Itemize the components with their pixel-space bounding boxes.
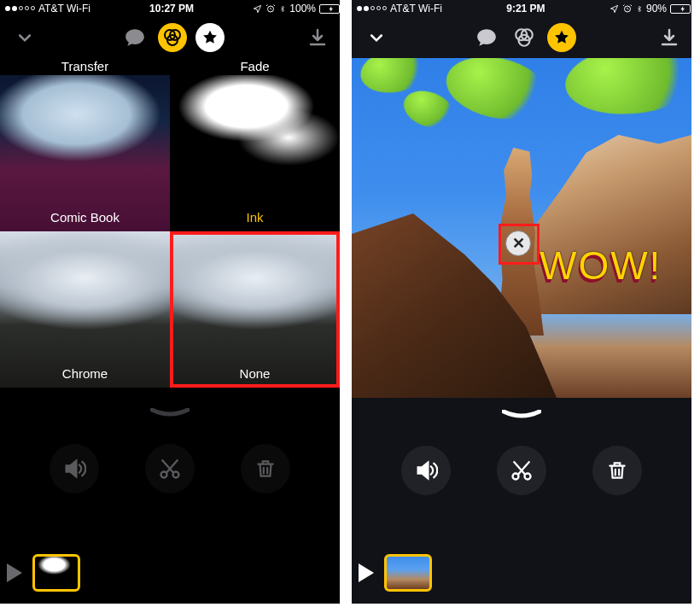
alarm-icon [265, 3, 276, 14]
phone-left: AT&T Wi-Fi 10:27 PM 100% [0, 0, 340, 604]
bluetooth-icon [279, 3, 286, 15]
sound-button[interactable] [50, 444, 99, 493]
sound-button[interactable] [401, 446, 451, 495]
delete-button[interactable] [592, 446, 642, 495]
signal-dots-icon [5, 6, 35, 11]
clip-actions [352, 446, 691, 495]
clip-thumbnail[interactable] [384, 554, 432, 592]
filters-button[interactable] [510, 23, 539, 52]
svg-point-11 [525, 474, 531, 480]
battery-percent: 100% [289, 3, 316, 15]
filter-tile-none[interactable]: None [170, 231, 340, 388]
filter-tile-ink[interactable]: Ink [170, 75, 340, 231]
clock: 9:21 PM [506, 3, 545, 15]
filter-label: Ink [170, 210, 340, 225]
play-button[interactable] [7, 563, 22, 582]
battery-icon [319, 4, 335, 14]
filter-tile-comic-book[interactable]: Comic Book [0, 75, 170, 231]
delete-button[interactable] [241, 444, 290, 493]
filter-label: None [170, 366, 340, 381]
video-preview[interactable]: WOW! ✕ [352, 58, 691, 398]
filter-tile-chrome[interactable]: Chrome [0, 231, 170, 388]
clock: 10:27 PM [149, 3, 194, 15]
clip-thumbnail[interactable] [32, 554, 80, 592]
timeline [7, 554, 80, 592]
cut-button[interactable] [497, 446, 546, 495]
svg-point-5 [173, 472, 179, 478]
phone-right: AT&T Wi-Fi 9:21 PM 90% [352, 0, 691, 604]
collapse-button[interactable] [364, 29, 389, 46]
carrier-label: AT&T Wi-Fi [390, 3, 442, 15]
top-toolbar [352, 17, 691, 58]
play-button[interactable] [359, 563, 374, 582]
filter-grid: Transfer Fade Comic Book Ink Chrome None [0, 58, 340, 388]
location-icon [610, 4, 619, 14]
status-bar: AT&T Wi-Fi 10:27 PM 100% [0, 0, 340, 17]
filter-label: Comic Book [0, 210, 170, 225]
clip-actions [0, 444, 340, 493]
drawer-handle[interactable] [352, 410, 691, 422]
timeline [359, 554, 432, 592]
battery-icon [670, 4, 686, 14]
svg-point-10 [513, 474, 519, 480]
filter-label-transfer[interactable]: Transfer [0, 58, 170, 75]
filters-button[interactable] [158, 23, 187, 52]
status-bar: AT&T Wi-Fi 9:21 PM 90% [352, 0, 691, 17]
speech-bubble-button[interactable] [120, 23, 149, 52]
alarm-icon [622, 3, 633, 14]
stickers-button[interactable] [547, 23, 576, 52]
filter-label-fade[interactable]: Fade [170, 58, 340, 75]
close-icon: ✕ [512, 234, 525, 253]
cut-button[interactable] [145, 444, 195, 493]
collapse-button[interactable] [12, 29, 38, 46]
carrier-label: AT&T Wi-Fi [38, 3, 90, 15]
sticker-text[interactable]: WOW! [540, 242, 662, 289]
filter-label: Chrome [0, 366, 170, 381]
download-button[interactable] [659, 26, 680, 49]
sticker-close-button[interactable]: ✕ [505, 231, 531, 256]
top-toolbar [0, 17, 340, 58]
stickers-button[interactable] [195, 23, 225, 52]
battery-percent: 90% [646, 3, 667, 15]
signal-dots-icon [357, 6, 387, 11]
drawer-handle[interactable] [0, 408, 340, 420]
speech-bubble-button[interactable] [472, 23, 501, 52]
svg-point-4 [161, 472, 167, 478]
bluetooth-icon [636, 3, 643, 15]
download-button[interactable] [307, 26, 328, 49]
location-icon [253, 4, 262, 14]
